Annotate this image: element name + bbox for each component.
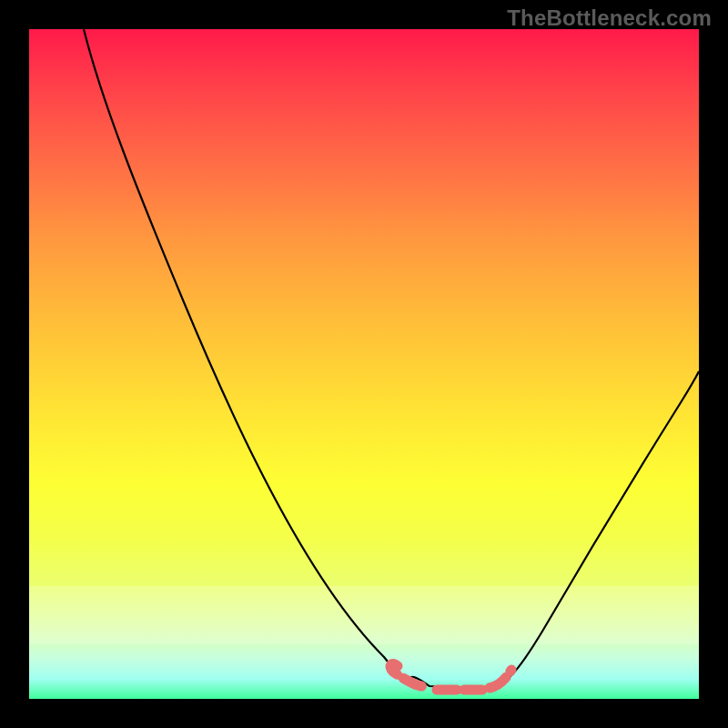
watermark-text: TheBottleneck.com	[507, 5, 712, 31]
marker-segment	[390, 664, 511, 690]
bottleneck-curve	[29, 29, 699, 699]
chart-area	[29, 29, 699, 699]
curve-path	[84, 29, 699, 688]
